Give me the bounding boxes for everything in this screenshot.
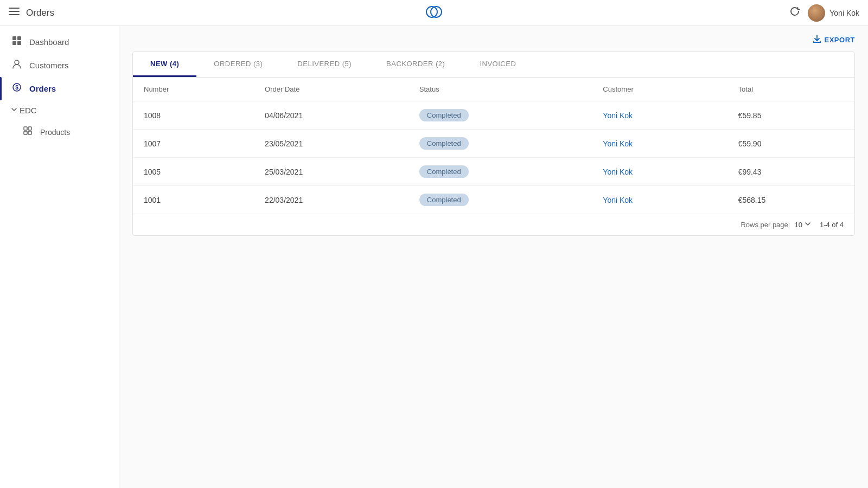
edc-label: EDC — [20, 106, 37, 115]
svg-rect-15 — [28, 131, 31, 134]
orders-icon: $ — [11, 82, 23, 95]
orders-table: Number Order Date Status Customer Total … — [133, 78, 854, 214]
export-button[interactable]: EXPORT — [813, 35, 855, 45]
page-title: Orders — [26, 8, 54, 18]
cell-status: Completed — [409, 101, 592, 130]
cell-total: €99.43 — [727, 158, 854, 186]
cell-total: €59.90 — [727, 130, 854, 158]
svg-rect-14 — [24, 131, 27, 134]
svg-text:$: $ — [15, 85, 18, 91]
cell-number: 1001 — [133, 186, 254, 214]
products-icon — [22, 126, 34, 138]
cell-order-date: 23/05/2021 — [254, 130, 409, 158]
customers-icon — [11, 59, 23, 72]
svg-rect-8 — [17, 41, 21, 45]
table-row[interactable]: 1001 22/03/2021 Completed Yoni Kok €568.… — [133, 186, 854, 214]
cell-status: Completed — [409, 130, 592, 158]
col-order-date: Order Date — [254, 78, 409, 101]
col-total: Total — [727, 78, 854, 101]
svg-point-9 — [15, 60, 19, 65]
svg-rect-5 — [12, 36, 16, 40]
header-right: Yoni Kok — [789, 4, 859, 22]
refresh-icon[interactable] — [789, 6, 800, 20]
cell-number: 1007 — [133, 130, 254, 158]
customer-link[interactable]: Yoni Kok — [603, 168, 633, 176]
cell-customer[interactable]: Yoni Kok — [592, 158, 727, 186]
svg-rect-12 — [24, 127, 27, 130]
customer-link[interactable]: Yoni Kok — [603, 139, 633, 148]
col-status: Status — [409, 78, 592, 101]
sidebar-item-customers[interactable]: Customers — [0, 54, 119, 77]
table-body: 1008 04/06/2021 Completed Yoni Kok €59.8… — [133, 101, 854, 214]
menu-icon[interactable] — [9, 6, 20, 20]
sidebar-item-orders[interactable]: $ Orders — [0, 77, 119, 100]
col-customer: Customer — [592, 78, 727, 101]
page-info: 1-4 of 4 — [820, 221, 844, 229]
cell-number: 1005 — [133, 158, 254, 186]
rows-per-page-label: Rows per page: — [741, 221, 790, 229]
svg-rect-1 — [9, 11, 20, 12]
rows-per-page-value: 10 — [794, 221, 802, 229]
app-logo — [424, 2, 444, 24]
status-badge: Completed — [419, 194, 469, 206]
avatar — [808, 4, 825, 22]
sidebar-item-products[interactable]: Products — [0, 120, 119, 144]
tab-new[interactable]: NEW (4) — [133, 52, 196, 77]
svg-rect-2 — [9, 14, 20, 15]
tab-delivered[interactable]: DELIVERED (5) — [280, 52, 369, 77]
cell-customer[interactable]: Yoni Kok — [592, 101, 727, 130]
status-badge: Completed — [419, 137, 469, 150]
export-icon — [813, 35, 821, 45]
customer-link[interactable]: Yoni Kok — [603, 111, 633, 120]
rows-select-chevron — [805, 221, 811, 229]
app-header: Orders Yoni Kok — [0, 0, 868, 26]
cell-order-date: 22/03/2021 — [254, 186, 409, 214]
cell-customer[interactable]: Yoni Kok — [592, 186, 727, 214]
cell-customer[interactable]: Yoni Kok — [592, 130, 727, 158]
status-badge: Completed — [419, 165, 469, 178]
svg-rect-0 — [9, 8, 20, 9]
tabs-bar: NEW (4) ORDERED (3) DELIVERED (5) BACKOR… — [133, 52, 854, 78]
status-badge: Completed — [419, 109, 469, 121]
table-row[interactable]: 1008 04/06/2021 Completed Yoni Kok €59.8… — [133, 101, 854, 130]
cell-total: €59.85 — [727, 101, 854, 130]
dashboard-icon — [11, 36, 23, 48]
customer-link[interactable]: Yoni Kok — [603, 196, 633, 204]
export-label: EXPORT — [825, 36, 855, 44]
cell-status: Completed — [409, 186, 592, 214]
customers-label: Customers — [29, 61, 69, 70]
username-label: Yoni Kok — [829, 9, 859, 17]
user-menu[interactable]: Yoni Kok — [808, 4, 859, 22]
rows-per-page: Rows per page: 10 — [741, 221, 811, 229]
svg-rect-6 — [17, 36, 21, 40]
sidebar: Dashboard Customers $ Orders — [0, 26, 119, 488]
toolbar: EXPORT — [132, 35, 855, 45]
chevron-down-icon — [11, 106, 17, 114]
sidebar-edc[interactable]: EDC — [0, 100, 119, 120]
table-row[interactable]: 1005 25/03/2021 Completed Yoni Kok €99.4… — [133, 158, 854, 186]
cell-status: Completed — [409, 158, 592, 186]
table-header: Number Order Date Status Customer Total — [133, 78, 854, 101]
tab-invoiced[interactable]: INVOICED — [462, 52, 533, 77]
orders-label: Orders — [29, 84, 56, 93]
rows-per-page-select[interactable]: 10 — [794, 221, 810, 229]
orders-table-card: NEW (4) ORDERED (3) DELIVERED (5) BACKOR… — [132, 52, 855, 236]
svg-rect-7 — [12, 41, 16, 45]
sidebar-item-dashboard[interactable]: Dashboard — [0, 30, 119, 54]
tab-backorder[interactable]: BACKORDER (2) — [369, 52, 462, 77]
main-content: EXPORT NEW (4) ORDERED (3) DELIVERED (5)… — [119, 26, 868, 488]
products-label: Products — [40, 128, 70, 137]
cell-number: 1008 — [133, 101, 254, 130]
col-number: Number — [133, 78, 254, 101]
cell-order-date: 04/06/2021 — [254, 101, 409, 130]
pagination: Rows per page: 10 1-4 of 4 — [133, 214, 854, 235]
dashboard-label: Dashboard — [29, 37, 69, 47]
tab-ordered[interactable]: ORDERED (3) — [196, 52, 280, 77]
table-row[interactable]: 1007 23/05/2021 Completed Yoni Kok €59.9… — [133, 130, 854, 158]
cell-total: €568.15 — [727, 186, 854, 214]
cell-order-date: 25/03/2021 — [254, 158, 409, 186]
svg-rect-13 — [28, 127, 31, 130]
main-layout: Dashboard Customers $ Orders — [0, 26, 868, 488]
